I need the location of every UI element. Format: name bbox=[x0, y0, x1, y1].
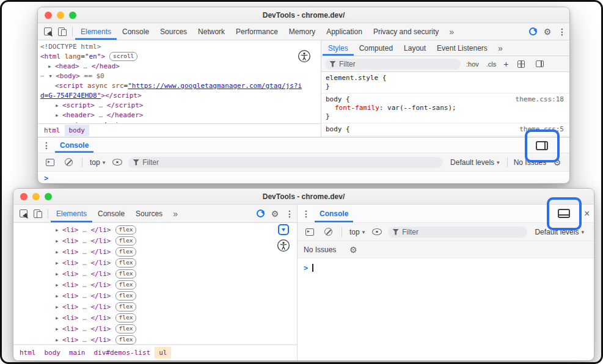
settings-gear-icon[interactable]: ⚙ bbox=[540, 23, 555, 40]
breadcrumb-item[interactable]: div#demos-list bbox=[90, 347, 155, 359]
tab-network[interactable]: Network bbox=[192, 23, 230, 40]
disclosure-arrow-icon[interactable]: ▸ bbox=[55, 291, 62, 302]
more-tabs-icon[interactable]: » bbox=[493, 40, 508, 56]
tab-styles[interactable]: Styles bbox=[323, 40, 354, 56]
tab-elements[interactable]: Elements bbox=[75, 23, 117, 40]
code-token[interactable]: … bbox=[79, 226, 91, 234]
tab-console[interactable]: Console bbox=[92, 205, 130, 222]
code-line[interactable]: ▸<header> … </header> bbox=[38, 111, 321, 120]
console-prompt[interactable]: > bbox=[298, 258, 594, 360]
code-line[interactable]: <html lang="en">scroll bbox=[38, 52, 321, 62]
disclosure-arrow-icon[interactable]: ▸ bbox=[55, 258, 62, 269]
tab-performance[interactable]: Performance bbox=[230, 23, 283, 40]
disclosure-arrow-icon[interactable]: ▸ bbox=[55, 111, 62, 120]
clear-console-icon[interactable] bbox=[321, 228, 335, 236]
disclosure-arrow-icon[interactable]: ▸ bbox=[55, 302, 62, 313]
tab-console[interactable]: Console bbox=[117, 23, 155, 40]
adorner-badge[interactable]: flex bbox=[115, 291, 137, 300]
device-toolbar-icon[interactable] bbox=[55, 23, 70, 40]
breadcrumb-item[interactable]: ul bbox=[155, 347, 171, 359]
code-token[interactable]: … bbox=[79, 248, 91, 256]
code-token[interactable]: … bbox=[79, 336, 91, 344]
live-expression-eye-icon[interactable] bbox=[110, 159, 125, 166]
tab-application[interactable]: Application bbox=[321, 23, 368, 40]
titlebar[interactable]: DevTools - chrome.dev/ bbox=[13, 189, 594, 205]
code-token[interactable]: … bbox=[95, 111, 107, 119]
drawer-tab-console[interactable]: Console bbox=[55, 137, 93, 153]
dom-tree-row[interactable]: ▸<li> … </li>flex bbox=[13, 258, 297, 269]
styles-filter-input[interactable] bbox=[339, 60, 456, 68]
more-panels-icon[interactable]: » bbox=[444, 23, 459, 40]
device-toolbar-icon[interactable] bbox=[31, 205, 45, 222]
dom-tree-row[interactable]: ▸<li> … </li>flex bbox=[13, 269, 297, 280]
console-filter-input[interactable] bbox=[402, 228, 523, 236]
disclosure-arrow-icon[interactable]: ▸ bbox=[55, 324, 62, 335]
console-sidebar-icon[interactable] bbox=[302, 228, 317, 236]
tab-layout[interactable]: Layout bbox=[398, 40, 431, 56]
tab-privacy-and-security[interactable]: Privacy and security bbox=[368, 23, 444, 40]
log-levels-dropdown[interactable]: Default levels ▾ bbox=[533, 228, 585, 236]
disclosure-arrow-icon[interactable]: ▸ bbox=[55, 101, 62, 111]
maximize-window-button[interactable] bbox=[69, 12, 76, 19]
kebab-menu-icon[interactable]: ⋮ bbox=[299, 205, 313, 222]
console-context-selector[interactable]: top ▾ bbox=[348, 228, 366, 236]
settings-gear-icon[interactable]: ⚙ bbox=[268, 205, 282, 222]
adorner-badge[interactable]: flex bbox=[115, 258, 137, 268]
styles-filter[interactable] bbox=[325, 59, 461, 70]
console-filter-input[interactable] bbox=[142, 158, 439, 167]
dom-tree-row[interactable]: ▸<li> … </li>flex bbox=[13, 335, 297, 344]
dom-tree-row[interactable]: ▸<li> … </li>flex bbox=[13, 236, 297, 247]
code-token[interactable]: … bbox=[79, 281, 91, 289]
rule-selector[interactable]: body bbox=[326, 95, 342, 103]
close-window-button[interactable] bbox=[20, 193, 27, 200]
code-token[interactable]: … bbox=[79, 292, 91, 300]
dom-tree-row[interactable]: ▸<li> … </li>flex bbox=[13, 313, 297, 324]
issues-counter[interactable]: No Issues bbox=[304, 246, 336, 254]
disclosure-arrow-icon[interactable]: ▸ bbox=[55, 269, 62, 280]
tab-event-listeners[interactable]: Event Listeners bbox=[431, 40, 493, 56]
clear-console-icon[interactable] bbox=[61, 158, 76, 166]
console-filter[interactable] bbox=[128, 157, 443, 168]
kebab-menu-icon[interactable]: ⋮ bbox=[282, 205, 297, 222]
dock-side-button[interactable] bbox=[536, 141, 548, 150]
close-devtools-icon[interactable]: × bbox=[584, 209, 590, 219]
accessibility-tree-icon[interactable] bbox=[297, 49, 312, 64]
live-expression-eye-icon[interactable] bbox=[370, 228, 384, 235]
close-window-button[interactable] bbox=[45, 12, 52, 19]
toggle-element-state-button[interactable]: :hov bbox=[464, 60, 481, 68]
disclosure-arrow-icon[interactable]: ▸ bbox=[55, 225, 62, 236]
tab-computed[interactable]: Computed bbox=[354, 40, 398, 56]
code-token[interactable]: … bbox=[79, 62, 92, 70]
code-token[interactable]: d=G-754F24EHD8" bbox=[40, 92, 101, 100]
stylesheet-source-link[interactable]: theme.css:5 bbox=[519, 125, 564, 134]
dom-tree-row[interactable]: ▸<li> … </li>flex bbox=[13, 324, 297, 335]
element-classes-button[interactable]: .cls bbox=[484, 60, 499, 68]
code-token[interactable]: … bbox=[79, 259, 91, 267]
disclosure-arrow-icon[interactable]: ▸ bbox=[55, 236, 62, 247]
issues-counter[interactable]: No Issues bbox=[514, 158, 546, 167]
code-line[interactable]: ⋯ ▾<body> == $0 bbox=[38, 71, 321, 81]
titlebar[interactable]: DevTools - chrome.dev/ bbox=[38, 7, 569, 23]
adorner-badge[interactable]: flex bbox=[115, 225, 137, 235]
dom-tree-row[interactable]: ▸<li> … </li>flex bbox=[13, 225, 297, 236]
breadcrumb-item[interactable]: html bbox=[40, 125, 65, 136]
adorner-badge[interactable]: flex bbox=[115, 280, 137, 289]
grid-editor-icon[interactable] bbox=[514, 60, 528, 68]
dom-tree-row[interactable]: ▸<li> … </li>flex bbox=[13, 302, 297, 313]
sync-icon[interactable] bbox=[525, 23, 540, 40]
code-token[interactable]: … bbox=[79, 237, 91, 245]
code-token[interactable]: … bbox=[79, 314, 91, 322]
stylesheet-source-link[interactable]: theme.css:18 bbox=[516, 95, 564, 104]
sync-overlay-icon[interactable] bbox=[276, 224, 291, 235]
maximize-window-button[interactable] bbox=[45, 193, 52, 200]
disclosure-arrow-icon[interactable]: ▾ bbox=[48, 71, 56, 81]
kebab-menu-icon[interactable]: ⋮ bbox=[555, 23, 569, 40]
console-context-selector[interactable]: top ▾ bbox=[89, 158, 106, 167]
dom-tree-row[interactable]: ▸<li> … </li>flex bbox=[13, 280, 297, 291]
more-panels-icon[interactable]: » bbox=[168, 205, 183, 222]
adorner-badge[interactable]: flex bbox=[115, 269, 137, 278]
disclosure-arrow-icon[interactable]: ▸ bbox=[55, 335, 62, 344]
adorner-badge[interactable]: flex bbox=[115, 324, 137, 333]
disclosure-arrow-icon[interactable]: ▸ bbox=[48, 62, 55, 71]
dom-tree-row[interactable]: ▸<li> … </li>flex bbox=[13, 247, 297, 258]
